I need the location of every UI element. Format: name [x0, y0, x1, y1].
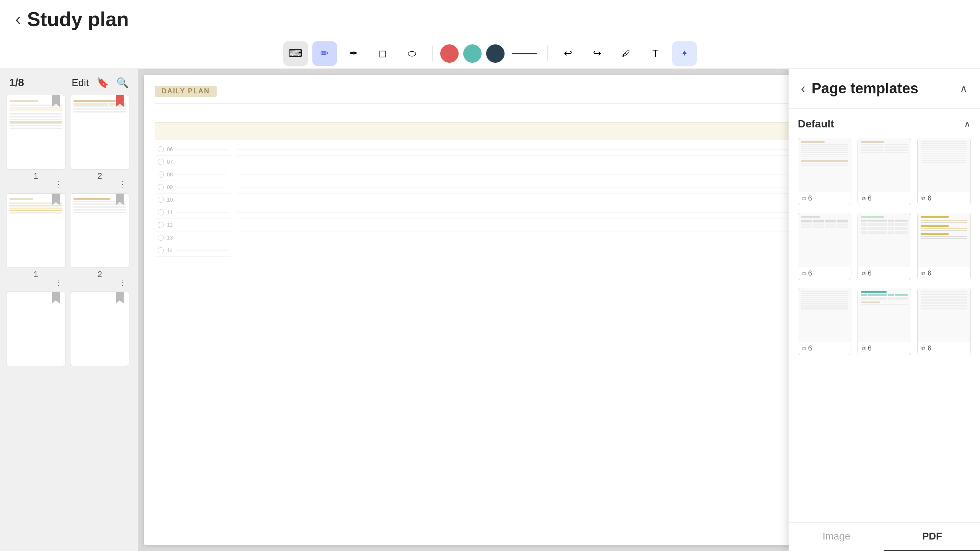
tab-image[interactable]: Image	[789, 523, 884, 551]
more-tools-button[interactable]: ✦	[672, 41, 697, 66]
schedule-row-10: 10	[155, 194, 231, 206]
page-indicator: 1/8	[9, 77, 24, 89]
schedule-row-12: 12	[155, 219, 231, 231]
template-1[interactable]: ⧉ 6	[798, 138, 851, 205]
svg-marker-1	[116, 95, 124, 107]
template-2-copy-icon: ⧉	[862, 195, 866, 202]
templates-title: Page templates	[812, 80, 918, 97]
svg-marker-5	[116, 292, 124, 303]
page-title: Study plan	[27, 8, 129, 31]
template-8-copy-icon: ⧉	[862, 345, 866, 352]
template-6[interactable]: ⧉ 6	[917, 213, 971, 280]
schedule-row-08: 08	[155, 168, 231, 181]
bookmark-icon-1	[52, 95, 60, 107]
schedule-row-14: 14	[155, 244, 231, 257]
template-3-copy-icon: ⧉	[921, 195, 925, 202]
template-4-copy-icon: ⧉	[802, 270, 806, 277]
template-5[interactable]: ⧉ 6	[858, 213, 911, 280]
templates-panel: ‹ Page templates ∧ Default ∧	[789, 69, 980, 551]
color-teal-button[interactable]	[463, 44, 482, 63]
template-5-copy-icon: ⧉	[862, 270, 866, 277]
bookmark-filter-button[interactable]: 🔖	[96, 77, 109, 89]
tab-pdf[interactable]: PDF	[884, 523, 980, 551]
section-collapse-button[interactable]: ∧	[964, 119, 971, 129]
template-1-copy-icon: ⧉	[802, 195, 806, 202]
stroke-sample	[512, 53, 537, 54]
template-6-copy-icon: ⧉	[921, 270, 925, 277]
schedule-row-06: 06	[155, 143, 231, 156]
page-menu-3[interactable]: ⋮	[55, 278, 62, 287]
template-1-count: 6	[808, 194, 812, 202]
pen-tool-button[interactable]: ✏	[312, 41, 337, 66]
template-3-count: 6	[928, 194, 931, 202]
template-7-copy-icon: ⧉	[802, 345, 806, 352]
pencil-tool-button[interactable]: ✒	[341, 41, 366, 66]
page-thumb-5[interactable]	[6, 292, 65, 366]
page-thumb-1[interactable]	[6, 95, 65, 170]
template-3[interactable]: ⧉ 6	[917, 138, 971, 205]
template-9[interactable]: ⧉ 6	[917, 288, 971, 355]
template-5-count: 6	[868, 269, 872, 277]
page-thumb-3[interactable]	[6, 193, 65, 268]
template-4[interactable]: ⧉ 6	[798, 213, 851, 280]
template-7-count: 6	[808, 344, 812, 352]
schedule-row-11: 11	[155, 206, 231, 219]
eraser-tool-button[interactable]: ◻	[371, 41, 395, 66]
svg-marker-2	[52, 194, 60, 205]
highlight-button[interactable]: 🖊	[614, 41, 639, 66]
page-menu-4[interactable]: ⋮	[119, 278, 126, 287]
bookmark-icon-2	[116, 95, 124, 107]
schedule-row-09: 09	[155, 181, 231, 194]
bookmark-icon-3	[52, 194, 60, 205]
back-button[interactable]: ‹	[15, 10, 21, 29]
bookmark-icon-4	[116, 194, 124, 205]
template-8[interactable]: ⧉ 6	[858, 288, 911, 355]
color-red-button[interactable]	[440, 44, 459, 63]
template-9-count: 6	[928, 344, 931, 352]
section-title: Default	[798, 118, 834, 130]
schedule-row-13: 13	[155, 231, 231, 244]
templates-collapse-button[interactable]: ∧	[960, 82, 968, 95]
bookmark-icon-6	[116, 292, 124, 303]
svg-marker-4	[52, 292, 60, 303]
svg-marker-0	[52, 95, 60, 107]
daily-plan-tag: DAILY PLAN	[155, 86, 217, 97]
page-thumb-4[interactable]	[70, 193, 129, 268]
text-tool-button[interactable]: T	[643, 41, 668, 66]
edit-button[interactable]: Edit	[72, 77, 89, 89]
main-canvas: DAILY PLAN / / ✓ 06	[144, 75, 873, 545]
page-menu-1[interactable]: ⋮	[55, 179, 62, 189]
schedule-row-07: 07	[155, 156, 231, 168]
template-4-count: 6	[808, 269, 812, 277]
page-thumb-6[interactable]	[70, 292, 129, 366]
template-9-copy-icon: ⧉	[921, 345, 925, 352]
template-7[interactable]: ⧉ 6	[798, 288, 851, 355]
lasso-tool-button[interactable]: ⬭	[400, 41, 424, 66]
template-6-count: 6	[928, 269, 931, 277]
undo-button[interactable]: ↩	[556, 41, 580, 66]
color-dark-button[interactable]	[486, 44, 505, 63]
keyboard-tool-button[interactable]: ⌨	[283, 41, 308, 66]
page-thumb-2[interactable]	[70, 95, 129, 170]
bookmark-icon-5	[52, 292, 60, 303]
svg-marker-3	[116, 194, 124, 205]
toolbar-divider-1	[432, 46, 433, 61]
redo-button[interactable]: ↪	[585, 41, 609, 66]
toolbar-divider-2	[547, 46, 548, 61]
template-8-count: 6	[868, 344, 872, 352]
page-menu-2[interactable]: ⋮	[119, 179, 126, 189]
template-2[interactable]: ⧉ 6	[858, 138, 911, 205]
templates-back-button[interactable]: ‹	[801, 81, 805, 97]
template-2-count: 6	[868, 194, 872, 202]
search-button[interactable]: 🔍	[116, 77, 129, 89]
